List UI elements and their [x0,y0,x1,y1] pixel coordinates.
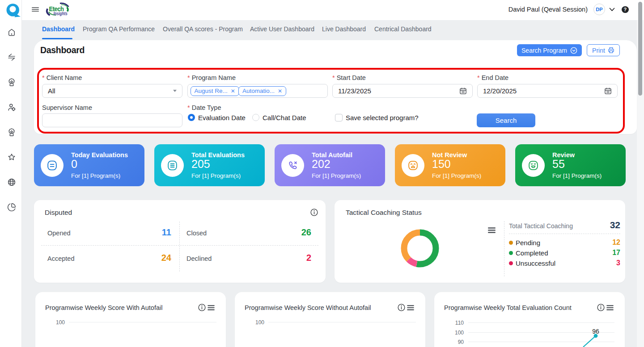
svg-text:Insights: Insights [54,11,68,16]
